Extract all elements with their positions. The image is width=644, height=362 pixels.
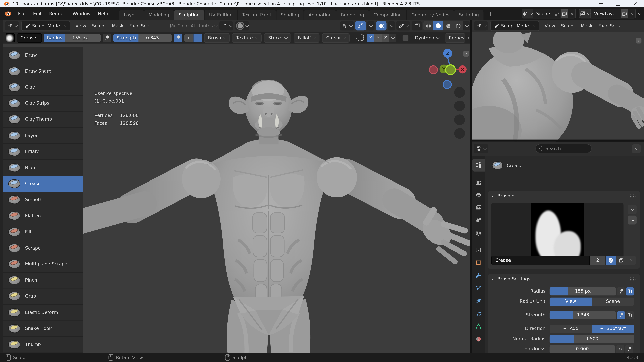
workspace-tab[interactable]: Layout — [119, 10, 144, 20]
dyntopo-checkbox[interactable] — [403, 35, 409, 41]
zoom-button[interactable] — [454, 87, 465, 98]
toolbar-brush-item[interactable]: Crease — [3, 176, 83, 192]
snap-dropdown[interactable] — [220, 21, 234, 30]
properties-search-input[interactable]: Search — [536, 144, 591, 153]
workspace-tab[interactable]: Sculpting — [174, 10, 204, 20]
navigation-gizmo[interactable]: Z Y X — [427, 48, 468, 90]
toolbar-brush-item[interactable]: Flatten — [3, 208, 83, 224]
view-layer-name[interactable]: ViewLayer — [591, 11, 620, 16]
viewport-menu-item[interactable]: Mask — [578, 23, 595, 28]
secondary-viewport-3d[interactable]: ‹ — [472, 32, 644, 142]
workspace-tab[interactable]: Animation — [304, 10, 336, 20]
editor-type-button[interactable] — [5, 21, 19, 30]
toolbar-brush-item[interactable]: Clay Strips — [3, 95, 83, 112]
mode-selector[interactable]: Sculpt Mode — [490, 21, 539, 31]
editor-type-button[interactable] — [474, 21, 488, 30]
strength-pressure-button[interactable] — [174, 33, 182, 42]
new-scene-button[interactable] — [561, 9, 568, 18]
view-layer-browse-button[interactable] — [580, 9, 591, 18]
mode-selector[interactable]: Sculpt Mode — [21, 21, 70, 31]
symmetry-y-toggle[interactable]: Y — [374, 33, 382, 42]
toolbar-brush-item[interactable]: Multi-plane Scrape — [3, 256, 83, 272]
color-attributes-dropdown[interactable]: Color Attributes — [169, 23, 218, 29]
strength-slider[interactable]: Strength 0.343 — [113, 33, 172, 42]
brushes-panel-header[interactable]: Brushes — [488, 191, 640, 201]
tool-dropdown[interactable]: Stroke — [264, 33, 291, 42]
viewport-menu-item[interactable]: Mask — [109, 23, 126, 28]
symmetry-dropdown[interactable] — [389, 33, 396, 42]
tool-dropdown[interactable]: Falloff — [294, 33, 320, 42]
direction-subtract-button[interactable]: − — [193, 33, 202, 42]
toolbar-brush-item[interactable]: Draw Sharp — [3, 63, 83, 79]
shading-wireframe-button[interactable] — [424, 21, 433, 30]
symmetry-z-toggle[interactable]: Z — [382, 33, 389, 42]
tab-modifiers[interactable] — [472, 269, 484, 282]
fake-user-shield-button[interactable] — [606, 256, 616, 265]
menu-item[interactable]: Edit — [29, 7, 46, 19]
viewport-menu-item[interactable]: View — [542, 23, 558, 28]
tool-dropdown[interactable]: Texture — [232, 33, 262, 42]
viewport-menu-item[interactable]: Sculpt — [558, 23, 578, 28]
editor-type-button[interactable] — [474, 144, 488, 153]
tool-dropdown[interactable]: Brush — [204, 33, 230, 42]
tool-dropdown[interactable]: Cursor — [322, 33, 350, 42]
object-visibility-dropdown[interactable] — [340, 21, 354, 30]
scene-browse-button[interactable] — [522, 9, 533, 18]
hardness-extremes-button[interactable]: ↔ — [616, 345, 624, 353]
tab-view-layer[interactable] — [472, 201, 484, 214]
brush-name-field[interactable]: Crease — [491, 256, 590, 265]
toolbar-brush-item[interactable]: Thumb — [3, 337, 83, 353]
toggle-orthographic-button[interactable] — [454, 128, 465, 139]
toolbar-brush-item[interactable]: Fill — [3, 224, 83, 240]
menu-item[interactable]: Render — [46, 7, 69, 19]
brush-preview-image[interactable] — [531, 203, 584, 259]
toolbar-brush-item[interactable]: Snake Hook — [3, 321, 83, 337]
normal-radius-slider[interactable]: 0.500 — [550, 335, 634, 343]
workspace-tab[interactable]: Compositing — [369, 10, 406, 20]
new-view-layer-button[interactable] — [620, 9, 628, 18]
tab-render[interactable] — [472, 176, 484, 188]
editor-divider[interactable] — [472, 140, 644, 142]
brush-gallery-dropdown[interactable] — [628, 205, 636, 214]
radius-pressure-button[interactable] — [617, 287, 625, 295]
radius-unit-view-button[interactable]: View — [550, 297, 592, 306]
radius-slider[interactable]: Radius 155 px — [44, 33, 100, 42]
proportional-editing-dropdown[interactable] — [236, 21, 250, 30]
brush-settings-header[interactable]: Brush Settings — [488, 274, 640, 284]
viewport-menu-item[interactable]: Sculpt — [89, 23, 109, 28]
toolbar-brush-item[interactable]: Draw — [3, 47, 83, 63]
tab-particles[interactable] — [472, 282, 484, 294]
topbar-overflow-chevron-icon[interactable] — [638, 11, 642, 15]
workspace-tab[interactable]: Geometry Nodes — [407, 10, 454, 20]
toolbar-brush-item[interactable]: Clay — [3, 79, 83, 95]
properties-options-dropdown[interactable] — [632, 144, 641, 153]
viewport-divider[interactable] — [470, 20, 472, 353]
toolbar-brush-item[interactable]: Pinch — [3, 272, 83, 289]
toolbar-brush-item[interactable]: Grab — [3, 289, 83, 305]
hardness-slider[interactable]: 0.000 — [550, 345, 615, 353]
viewport-menu-item[interactable]: Face Sets — [595, 23, 622, 28]
strength-slider[interactable]: 0.343 — [550, 311, 616, 319]
tab-scene[interactable] — [472, 214, 484, 227]
toolbar-brush-item[interactable]: Inflate — [3, 144, 83, 160]
camera-view-button[interactable] — [454, 114, 465, 125]
unlink-scene-button[interactable]: × — [568, 9, 576, 18]
workspace-tab[interactable]: UV Editing — [204, 10, 237, 20]
strength-pressure-button[interactable] — [617, 311, 625, 319]
tab-collection[interactable] — [472, 243, 484, 256]
brush-users-count[interactable]: 2 — [590, 256, 606, 265]
radius-unit-scene-button[interactable]: Scene — [592, 297, 634, 306]
tab-physics[interactable] — [472, 294, 484, 307]
toolbar-brush-item[interactable]: Smooth — [3, 192, 83, 208]
show-gizmo-toggle[interactable] — [355, 21, 366, 30]
direction-add-button[interactable]: + Add — [550, 325, 592, 333]
tab-material[interactable] — [472, 333, 484, 345]
brush-thumbnail[interactable] — [6, 33, 15, 42]
workspace-tab[interactable]: Scripting — [454, 10, 484, 20]
tab-constraints[interactable] — [472, 307, 484, 320]
brush-name-field[interactable]: Crease — [17, 33, 42, 42]
workspace-tab[interactable]: Rendering — [336, 10, 368, 20]
unlink-brush-button[interactable]: × — [626, 256, 636, 265]
direction-subtract-button[interactable]: − Subtract — [592, 325, 634, 333]
toolbar-brush-item[interactable]: Elastic Deform — [3, 305, 83, 321]
